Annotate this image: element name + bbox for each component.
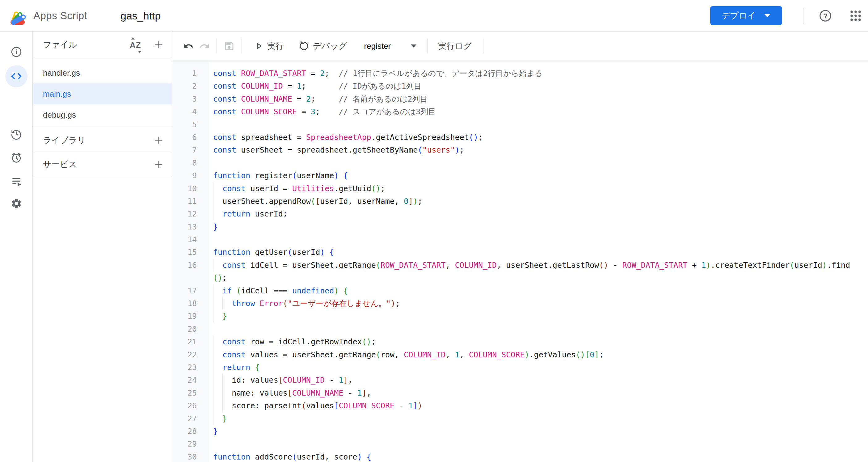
line-number[interactable]: 5 bbox=[173, 118, 209, 131]
code-line[interactable]: const row = idCell.getRowIndex(); bbox=[209, 335, 868, 348]
line-number[interactable]: 8 bbox=[173, 157, 209, 169]
code-line[interactable]: name: values[COLUMN_NAME - 1], bbox=[209, 387, 868, 399]
code-line[interactable]: function addScore(userId, score) { bbox=[209, 451, 868, 462]
code-line[interactable]: } bbox=[209, 310, 868, 322]
file-item-main-selected[interactable]: main.gs bbox=[33, 83, 173, 104]
code-line[interactable]: } bbox=[209, 425, 868, 438]
line-number[interactable]: 15 bbox=[173, 246, 209, 258]
run-button[interactable]: 実行 bbox=[254, 40, 284, 52]
line-number[interactable]: 11 bbox=[173, 195, 209, 208]
code-line[interactable]: const values = userSheet.getRange(row, C… bbox=[209, 348, 868, 361]
code-line[interactable]: } bbox=[209, 220, 868, 233]
code-line[interactable]: id: values[COLUMN_ID - 1], bbox=[209, 374, 868, 386]
line-number[interactable]: 9 bbox=[173, 169, 209, 182]
line-number[interactable]: 4 bbox=[173, 105, 209, 118]
redo-button[interactable] bbox=[199, 41, 210, 51]
code-editor[interactable]: 1234567891011121314151617181920212223242… bbox=[173, 61, 868, 462]
save-button[interactable] bbox=[224, 40, 235, 52]
files-header: ファイル AZ bbox=[33, 31, 173, 58]
line-number[interactable]: 30 bbox=[173, 451, 209, 462]
code-line[interactable]: const spreadsheet = SpreadsheetApp.getAc… bbox=[209, 131, 868, 144]
project-title[interactable]: gas_http bbox=[121, 0, 161, 31]
line-number[interactable]: 12 bbox=[173, 208, 209, 220]
debug-button[interactable]: デバッグ bbox=[299, 40, 347, 52]
header-divider bbox=[803, 8, 803, 24]
line-number[interactable]: 10 bbox=[173, 182, 209, 195]
add-library-button[interactable] bbox=[152, 133, 165, 147]
execution-log-button[interactable]: 実行ログ bbox=[438, 40, 472, 52]
code-line[interactable]: function getUser(userId) { bbox=[209, 246, 868, 258]
indent-guide bbox=[222, 374, 223, 386]
rail-editor-button[interactable] bbox=[0, 65, 33, 87]
code-line[interactable]: if (idCell === undefined) { bbox=[209, 284, 868, 297]
code-line[interactable] bbox=[209, 233, 868, 246]
code-line[interactable] bbox=[209, 438, 868, 450]
line-number[interactable]: 27 bbox=[173, 412, 209, 425]
rail-overview-button[interactable] bbox=[0, 41, 33, 63]
code-lines[interactable]: const ROW_DATA_START = 2; // 1行目にラベルがあるの… bbox=[209, 61, 868, 462]
line-number[interactable]: 21 bbox=[173, 335, 209, 348]
line-number[interactable]: 6 bbox=[173, 131, 209, 144]
code-line[interactable]: const idCell = userSheet.getRange(ROW_DA… bbox=[209, 259, 868, 272]
code-line[interactable]: const COLUMN_ID = 1; // IDがあるのは1列目 bbox=[209, 80, 868, 92]
gutter[interactable]: 1234567891011121314151617181920212223242… bbox=[173, 61, 209, 462]
toolbar-shadow bbox=[173, 61, 868, 63]
rail-settings-button[interactable] bbox=[0, 192, 33, 215]
line-number[interactable]: 23 bbox=[173, 361, 209, 374]
code-line[interactable]: } bbox=[209, 412, 868, 425]
line-number[interactable]: 19 bbox=[173, 310, 209, 322]
toolbar-divider bbox=[427, 39, 428, 54]
line-number[interactable]: 3 bbox=[173, 93, 209, 105]
code-line[interactable] bbox=[209, 157, 868, 169]
line-number[interactable]: 18 bbox=[173, 297, 209, 310]
line-number[interactable]: 1 bbox=[173, 67, 209, 80]
code-line[interactable]: const COLUMN_SCORE = 3; // スコアがあるのは3列目 bbox=[209, 105, 868, 118]
code-line[interactable] bbox=[209, 323, 868, 335]
rail-project-history-button[interactable] bbox=[0, 123, 33, 145]
line-number[interactable] bbox=[173, 272, 209, 284]
line-number[interactable]: 25 bbox=[173, 387, 209, 399]
apps-grid-icon[interactable] bbox=[849, 0, 862, 31]
code-line[interactable]: return { bbox=[209, 361, 868, 374]
file-item-debug[interactable]: debug.gs bbox=[33, 104, 173, 125]
code-line[interactable]: function register(userName) { bbox=[209, 169, 868, 182]
line-number[interactable]: 13 bbox=[173, 220, 209, 233]
undo-button[interactable] bbox=[183, 41, 194, 51]
code-line[interactable]: const userSheet = spreadsheet.getSheetBy… bbox=[209, 144, 868, 156]
left-rail bbox=[0, 31, 33, 462]
line-number[interactable]: 22 bbox=[173, 348, 209, 361]
files-title: ファイル bbox=[43, 31, 77, 58]
editor-toolbar: 実行 デバッグ register 実行ログ bbox=[173, 31, 868, 61]
line-number[interactable]: 24 bbox=[173, 374, 209, 386]
code-line[interactable]: const COLUMN_NAME = 2; // 名前があるのは2列目 bbox=[209, 93, 868, 105]
code-line[interactable]: userSheet.appendRow([userId, userName, 0… bbox=[209, 195, 868, 208]
add-file-button[interactable] bbox=[152, 38, 165, 52]
function-selector-dropdown[interactable]: register bbox=[364, 41, 417, 51]
rail-executions-button[interactable] bbox=[0, 171, 33, 193]
file-item-handler[interactable]: handler.gs bbox=[33, 62, 173, 83]
libraries-label: ライブラリ bbox=[43, 128, 86, 152]
code-line[interactable]: const ROW_DATA_START = 2; // 1行目にラベルがあるの… bbox=[209, 67, 868, 80]
line-number[interactable]: 16 bbox=[173, 259, 209, 272]
line-number[interactable]: 28 bbox=[173, 425, 209, 438]
code-line[interactable]: throw Error("ユーザーが存在しません。"); bbox=[209, 297, 868, 310]
rail-triggers-button[interactable] bbox=[0, 147, 33, 169]
files-sidebar: ファイル AZ handler.gs main.gs debug.gs ライブラ… bbox=[33, 31, 173, 462]
line-number[interactable]: 14 bbox=[173, 233, 209, 246]
sort-files-az-icon[interactable]: AZ bbox=[128, 38, 145, 52]
add-service-button[interactable] bbox=[152, 157, 165, 171]
help-icon[interactable]: ? bbox=[818, 0, 832, 31]
deploy-button[interactable]: デプロイ bbox=[710, 6, 782, 25]
code-line[interactable]: const userId = Utilities.getUuid(); bbox=[209, 182, 868, 195]
code-line[interactable]: return userId; bbox=[209, 208, 868, 220]
line-number[interactable]: 17 bbox=[173, 284, 209, 297]
line-number[interactable]: 26 bbox=[173, 399, 209, 412]
line-number[interactable]: 7 bbox=[173, 144, 209, 156]
line-number[interactable]: 20 bbox=[173, 323, 209, 335]
line-number[interactable]: 29 bbox=[173, 438, 209, 450]
code-line[interactable]: (); bbox=[209, 272, 868, 284]
line-number[interactable]: 2 bbox=[173, 80, 209, 92]
run-label: 実行 bbox=[267, 40, 284, 52]
code-line[interactable]: score: parseInt(values[COLUMN_SCORE - 1]… bbox=[209, 399, 868, 412]
code-line[interactable] bbox=[209, 118, 868, 131]
